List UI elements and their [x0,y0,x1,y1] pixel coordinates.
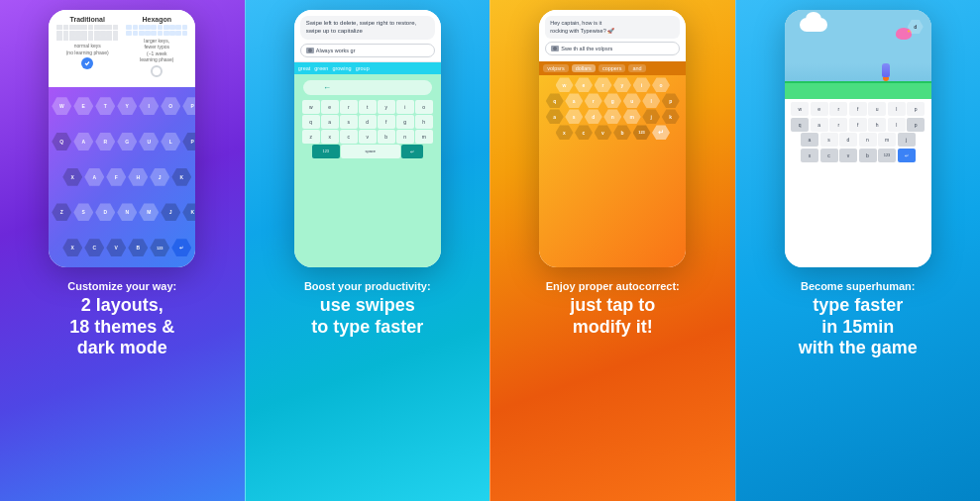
p4-key-q[interactable]: q [791,118,809,132]
p3-key-r[interactable]: r [595,77,612,92]
suggestion-growing[interactable]: growing [332,65,351,71]
hex-key-m[interactable]: M [139,203,159,221]
p3-key-m[interactable]: m [623,109,641,124]
p3-key-k[interactable]: k [662,109,680,124]
suggestion-great[interactable]: great [298,65,311,71]
hex-key-z[interactable]: Z [52,203,71,221]
p3-key-a2[interactable]: a [546,109,564,124]
hex-key-p2[interactable]: P [182,133,195,150]
input-text[interactable]: Always works gr [316,48,429,53]
hex-key-c[interactable]: C [84,239,104,256]
key-y[interactable]: y [378,100,395,114]
p4-key-v[interactable]: v [839,149,857,162]
p3-key-return[interactable]: ↵ [652,125,670,140]
key-w[interactable]: w [302,100,320,114]
p3-key-i[interactable]: i [633,77,651,92]
p3-key-b[interactable]: b [613,125,631,140]
p4-key-p[interactable]: p [907,102,925,116]
p4-key-l[interactable]: l [888,102,906,116]
key-q[interactable]: q [302,115,320,129]
key-c[interactable]: c [340,130,358,144]
key-m[interactable]: m [415,130,433,144]
p4-key-s[interactable]: s [820,133,838,147]
p4-key-h[interactable]: h [868,118,886,132]
p4-key-c[interactable]: c [820,149,838,162]
p3-key-w[interactable]: w [556,77,574,92]
p4-key-return[interactable]: ↵ [898,149,916,162]
p3-key-s[interactable]: s [565,109,583,124]
key-return[interactable]: ↵ [401,145,423,158]
key-i[interactable]: i [396,100,414,114]
p3-key-d[interactable]: d [585,109,602,124]
suggestion-green[interactable]: green [314,65,328,71]
key-t[interactable]: t [359,100,377,114]
hex-key-b[interactable]: B [128,239,148,256]
key-123[interactable]: 123 [312,145,340,158]
hex-key-g[interactable]: G [117,133,137,150]
suggestion-and[interactable]: and [628,64,645,72]
p4-key-e[interactable]: e [811,102,828,116]
p4-key-b[interactable]: b [859,149,877,162]
hex-key-y[interactable]: Y [117,97,137,115]
hex-key-f[interactable]: F [106,168,126,186]
key-f[interactable]: f [378,115,395,129]
suggestion-dollars[interactable]: dollars [572,64,596,72]
hex-key-x2[interactable]: X [62,239,82,256]
p4-key-u[interactable]: u [868,102,886,116]
key-n[interactable]: n [396,130,414,144]
key-e[interactable]: e [321,100,339,114]
key-o[interactable]: o [415,100,433,114]
suggestion-group[interactable]: group [356,65,370,71]
key-v[interactable]: v [359,130,377,144]
hex-key-i[interactable]: I [139,97,159,115]
p3-key-y[interactable]: y [613,77,631,92]
hex-key-h[interactable]: H [128,168,148,186]
p4-key-a[interactable]: a [811,118,828,132]
p3-key-v[interactable]: v [595,125,612,140]
hex-key-return[interactable]: ↵ [171,239,191,256]
p3-key-c[interactable]: c [575,125,593,140]
hex-key-k[interactable]: K [171,168,191,186]
hex-key-l[interactable]: L [161,133,180,150]
key-b[interactable]: b [378,130,395,144]
p3-key-p[interactable]: p [662,93,680,108]
p4-key-r[interactable]: r [829,102,847,116]
p4-key-x[interactable]: x [801,149,818,162]
hex-key-k2[interactable]: K [182,203,195,221]
p4-key-m[interactable]: m [878,133,896,147]
p4-key-d[interactable]: d [839,133,857,147]
key-g[interactable]: g [396,115,414,129]
p4-key-123[interactable]: 123 [878,149,896,162]
key-a[interactable]: a [321,115,339,129]
hex-key-d[interactable]: D [95,203,115,221]
suggestion-coppers[interactable]: coppers [599,64,626,72]
p3-key-u[interactable]: u [623,93,641,108]
p3-key-n[interactable]: n [603,109,621,124]
p3-key-o[interactable]: o [652,77,670,92]
hex-key-a[interactable]: A [73,133,93,150]
p4-key-f[interactable]: f [849,102,867,116]
p4-key-j[interactable]: j [898,133,916,147]
hex-key-j[interactable]: J [150,168,169,186]
p3-key-x[interactable]: x [556,125,574,140]
hex-key-123[interactable]: 123 [150,239,169,256]
key-z[interactable]: z [302,130,320,144]
p3-key-a[interactable]: a [565,93,583,108]
key-s[interactable]: s [340,115,358,129]
p4-key-a2[interactable]: a [801,133,818,147]
p4-key-l2[interactable]: l [888,118,906,132]
hex-key-a2[interactable]: A [84,168,104,186]
key-r[interactable]: r [340,100,358,114]
hex-key-x[interactable]: X [62,168,82,186]
p3-key-r2[interactable]: r [585,93,602,108]
p3-key-j[interactable]: j [642,109,660,124]
hex-key-r[interactable]: R [95,133,115,150]
p4-key-w[interactable]: w [791,102,809,116]
p4-key-r2[interactable]: r [829,118,847,132]
hex-key-p[interactable]: P [182,97,195,115]
p3-key-l[interactable]: l [642,93,660,108]
key-h[interactable]: h [415,115,433,129]
p3-key-123[interactable]: 123 [633,125,651,140]
hex-key-q[interactable]: Q [52,133,71,150]
hex-key-w[interactable]: W [52,97,71,115]
